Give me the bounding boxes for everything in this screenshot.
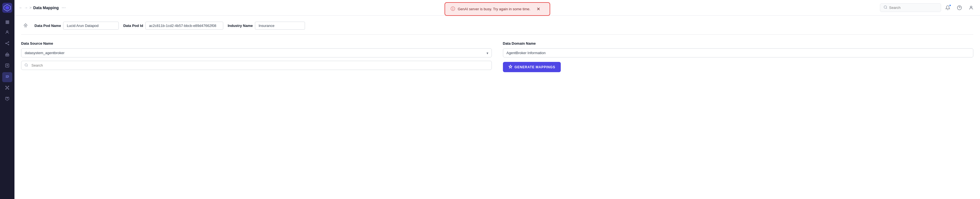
generate-mappings-button[interactable]: GENERATE MAPPINGS	[503, 62, 561, 72]
domain-name-input[interactable]	[503, 48, 974, 57]
svg-point-16	[6, 86, 6, 87]
global-search-bar	[880, 3, 941, 12]
svg-line-22	[6, 88, 7, 88]
industry-name-input[interactable]	[255, 22, 305, 30]
svg-line-21	[8, 87, 8, 87]
alert-info-icon: ⓘ	[451, 6, 455, 12]
svg-line-20	[6, 87, 7, 87]
users-icon	[5, 30, 10, 36]
generate-icon	[509, 65, 512, 69]
alert-close-button[interactable]: ✕	[536, 6, 540, 12]
svg-line-26	[886, 8, 887, 9]
data-source-select-wrapper: datasystem_agentbroker ▾	[21, 48, 492, 57]
sidebar-item-home[interactable]	[2, 50, 12, 60]
sidebar-item-dashboard[interactable]: ▦	[2, 17, 12, 27]
mapping-icon	[5, 74, 10, 80]
home-navigate-button[interactable]	[21, 21, 30, 30]
main-content: Data Pod Name Data Pod Id Industry Name …	[14, 16, 980, 199]
export-icon	[5, 96, 10, 102]
nodes-icon	[5, 41, 10, 47]
generate-button-label: GENERATE MAPPINGS	[515, 65, 555, 69]
main-container: ← → > Data Mapping ··· ⓘ GenAI server is…	[14, 0, 980, 199]
data-source-select[interactable]: datasystem_agentbroker	[21, 48, 492, 57]
data-pod-name-field: Data Pod Name	[35, 22, 119, 30]
help-button[interactable]	[955, 3, 964, 12]
back-icon[interactable]: ←	[19, 6, 22, 10]
alert-toast: ⓘ GenAI server is busy. Try again in som…	[445, 2, 550, 16]
page-title: Data Mapping	[33, 6, 59, 10]
search-input[interactable]	[889, 6, 937, 10]
svg-point-29	[970, 6, 972, 8]
domain-name-label: Data Domain Name	[503, 41, 974, 46]
left-column: Data Source Name datasystem_agentbroker …	[21, 41, 492, 72]
header-actions	[943, 3, 975, 12]
search-icon	[883, 5, 888, 10]
svg-point-3	[6, 31, 8, 32]
topbar: ← → > Data Mapping ··· ⓘ GenAI server is…	[14, 0, 980, 16]
svg-point-18	[6, 88, 6, 89]
data-pod-id-field: Data Pod Id	[123, 22, 223, 30]
form-header-row: Data Pod Name Data Pod Id Industry Name	[21, 21, 973, 35]
svg-point-25	[884, 6, 886, 8]
industry-name-label: Industry Name	[228, 24, 253, 28]
sidebar-item-users[interactable]	[2, 28, 12, 38]
sidebar-item-export[interactable]	[2, 94, 12, 104]
source-search-wrapper	[21, 61, 492, 70]
notification-dot	[949, 5, 951, 6]
svg-point-19	[8, 88, 9, 89]
industry-name-field: Industry Name	[228, 22, 305, 30]
dashboard-icon: ▦	[5, 19, 10, 24]
breadcrumb: ← → > Data Mapping ···	[19, 5, 65, 11]
segments-icon	[5, 85, 10, 91]
arrow-right-icon: →	[24, 6, 28, 10]
svg-point-5	[8, 42, 9, 43]
notification-button[interactable]	[943, 3, 952, 12]
breadcrumb-separator: >	[29, 6, 32, 10]
alert-box: ⓘ GenAI server is busy. Try again in som…	[445, 2, 550, 16]
right-column: Data Domain Name GENERATE MAPPINGS	[503, 41, 974, 72]
data-pod-id-input[interactable]	[145, 22, 223, 30]
source-search-input[interactable]	[21, 61, 492, 70]
body-row: Data Source Name datasystem_agentbroker …	[21, 41, 973, 72]
sidebar-item-upload[interactable]	[2, 61, 12, 71]
more-options-icon[interactable]: ···	[62, 5, 65, 11]
sidebar-item-mapping[interactable]	[2, 72, 12, 82]
data-pod-id-label: Data Pod Id	[123, 24, 143, 28]
logo[interactable]	[2, 3, 12, 13]
svg-rect-9	[6, 54, 9, 56]
alert-message: GenAI server is busy. Try again in some …	[458, 7, 530, 11]
svg-point-6	[8, 44, 9, 45]
svg-point-17	[8, 86, 9, 87]
data-pod-name-label: Data Pod Name	[35, 24, 61, 28]
upload-icon	[5, 63, 10, 69]
svg-line-7	[6, 42, 8, 43]
svg-line-23	[8, 88, 8, 88]
svg-line-8	[6, 43, 8, 44]
sidebar-item-nodes[interactable]	[2, 39, 12, 49]
source-name-label: Data Source Name	[21, 41, 492, 46]
sidebar: ▦	[0, 0, 14, 199]
user-avatar-button[interactable]	[967, 3, 975, 12]
sidebar-item-segments[interactable]	[2, 83, 12, 93]
home-icon	[5, 52, 10, 58]
data-pod-name-input[interactable]	[63, 22, 119, 30]
svg-point-4	[6, 43, 6, 44]
